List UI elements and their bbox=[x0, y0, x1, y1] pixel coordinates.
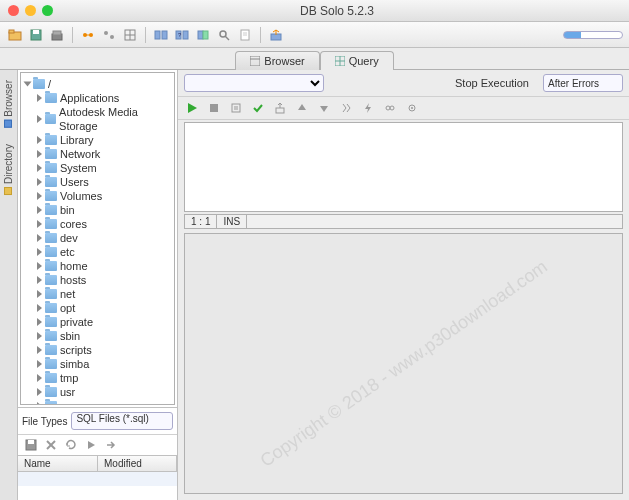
table-row[interactable] bbox=[18, 472, 177, 486]
settings-icon[interactable] bbox=[404, 100, 420, 116]
file-toolbar bbox=[18, 434, 177, 455]
zoom-window-button[interactable] bbox=[42, 5, 53, 16]
side-tabs: Browser Directory bbox=[0, 70, 18, 500]
commit-icon[interactable] bbox=[250, 100, 266, 116]
tree-root-label: / bbox=[48, 78, 51, 90]
tree-item[interactable]: hosts bbox=[23, 273, 172, 287]
tree-item[interactable]: sbin bbox=[23, 329, 172, 343]
tree-item[interactable]: Volumes bbox=[23, 189, 172, 203]
tree-item[interactable]: Applications bbox=[23, 91, 172, 105]
stack-icon[interactable] bbox=[48, 26, 66, 44]
tree-item[interactable]: tmp bbox=[23, 371, 172, 385]
bolt-icon[interactable] bbox=[360, 100, 376, 116]
save-file-icon[interactable] bbox=[24, 438, 38, 452]
folder-icon bbox=[45, 163, 57, 173]
tree-item-label: etc bbox=[60, 245, 75, 259]
svg-rect-14 bbox=[155, 31, 160, 39]
execute-icon[interactable] bbox=[184, 100, 200, 116]
tab-browser-label: Browser bbox=[264, 55, 304, 67]
tab-query[interactable]: Query bbox=[320, 51, 394, 70]
stop-icon[interactable] bbox=[206, 100, 222, 116]
disconnect-icon[interactable] bbox=[100, 26, 118, 44]
delete-file-icon[interactable] bbox=[44, 438, 58, 452]
tree-item[interactable]: Library bbox=[23, 133, 172, 147]
tree-item-label: System bbox=[60, 161, 97, 175]
down-icon[interactable] bbox=[316, 100, 332, 116]
stop-execution-button[interactable]: Stop Execution bbox=[447, 75, 537, 91]
tree-item[interactable]: opt bbox=[23, 301, 172, 315]
folder-icon bbox=[45, 345, 57, 355]
grid-icon[interactable] bbox=[121, 26, 139, 44]
tree-item[interactable]: var bbox=[23, 399, 172, 405]
query-toolbar bbox=[178, 97, 629, 120]
minimize-window-button[interactable] bbox=[25, 5, 36, 16]
chevron-right-icon bbox=[37, 206, 42, 214]
chevron-right-icon bbox=[37, 360, 42, 368]
open-file-icon[interactable] bbox=[6, 26, 24, 44]
tree-item[interactable]: etc bbox=[23, 245, 172, 259]
folder-icon bbox=[45, 387, 57, 397]
connection-select[interactable] bbox=[184, 74, 324, 92]
tree-item[interactable]: Users bbox=[23, 175, 172, 189]
close-window-button[interactable] bbox=[8, 5, 19, 16]
diff-icon[interactable] bbox=[194, 26, 212, 44]
document-icon[interactable] bbox=[236, 26, 254, 44]
folder-icon bbox=[45, 205, 57, 215]
compare-icon[interactable] bbox=[152, 26, 170, 44]
after-errors-select[interactable]: After Errors bbox=[543, 74, 623, 92]
connect-icon[interactable] bbox=[79, 26, 97, 44]
tree-item[interactable]: scripts bbox=[23, 343, 172, 357]
sync-icon[interactable]: ? bbox=[173, 26, 191, 44]
progress-bar bbox=[563, 31, 623, 39]
query-panel: Stop Execution After Errors 1 : 1 INS Co… bbox=[178, 70, 629, 500]
query-top-bar: Stop Execution After Errors bbox=[178, 70, 629, 97]
svg-rect-40 bbox=[276, 108, 284, 113]
tree-item[interactable]: simba bbox=[23, 357, 172, 371]
tree-item[interactable]: usr bbox=[23, 385, 172, 399]
save-icon[interactable] bbox=[27, 26, 45, 44]
tree-item[interactable]: net bbox=[23, 287, 172, 301]
main-toolbar: ? bbox=[0, 22, 629, 48]
col-name[interactable]: Name bbox=[18, 456, 98, 471]
goto-icon[interactable] bbox=[104, 438, 118, 452]
tree-item[interactable]: dev bbox=[23, 231, 172, 245]
tree-item[interactable]: Network bbox=[23, 147, 172, 161]
sidetab-browser[interactable]: Browser bbox=[2, 74, 15, 134]
export-icon[interactable] bbox=[267, 26, 285, 44]
export-results-icon[interactable] bbox=[272, 100, 288, 116]
chevron-right-icon bbox=[37, 290, 42, 298]
reload-icon[interactable] bbox=[64, 438, 78, 452]
tab-browser[interactable]: Browser bbox=[235, 51, 319, 70]
format-icon[interactable] bbox=[338, 100, 354, 116]
tree-item-label: scripts bbox=[60, 343, 92, 357]
link-icon[interactable] bbox=[382, 100, 398, 116]
tree-root[interactable]: / bbox=[23, 77, 172, 91]
chevron-right-icon bbox=[37, 276, 42, 284]
up-icon[interactable] bbox=[294, 100, 310, 116]
svg-rect-17 bbox=[183, 31, 188, 39]
tree-item[interactable]: System bbox=[23, 161, 172, 175]
tree-item[interactable]: bin bbox=[23, 203, 172, 217]
view-tabs: Browser Query bbox=[0, 48, 629, 70]
folder-icon bbox=[45, 317, 57, 327]
col-modified[interactable]: Modified bbox=[98, 456, 177, 471]
tree-item[interactable]: Autodesk Media Storage bbox=[23, 105, 172, 133]
sidetab-directory[interactable]: Directory bbox=[2, 138, 15, 201]
file-table-header: Name Modified bbox=[18, 455, 177, 472]
after-errors-value: After Errors bbox=[548, 78, 599, 89]
folder-icon bbox=[45, 303, 57, 313]
tree-item[interactable]: cores bbox=[23, 217, 172, 231]
search-icon[interactable] bbox=[215, 26, 233, 44]
folder-icon bbox=[45, 275, 57, 285]
titlebar: DB Solo 5.2.3 bbox=[0, 0, 629, 22]
tree-item[interactable]: home bbox=[23, 259, 172, 273]
directory-tree[interactable]: / ApplicationsAutodesk Media StorageLibr… bbox=[20, 72, 175, 405]
tree-item-label: Library bbox=[60, 133, 94, 147]
folder-icon bbox=[45, 261, 57, 271]
tree-item[interactable]: private bbox=[23, 315, 172, 329]
table-row[interactable] bbox=[18, 486, 177, 500]
file-types-select[interactable]: SQL Files (*.sql) bbox=[71, 412, 173, 430]
sql-editor[interactable] bbox=[184, 122, 623, 212]
explain-icon[interactable] bbox=[228, 100, 244, 116]
run-icon[interactable] bbox=[84, 438, 98, 452]
